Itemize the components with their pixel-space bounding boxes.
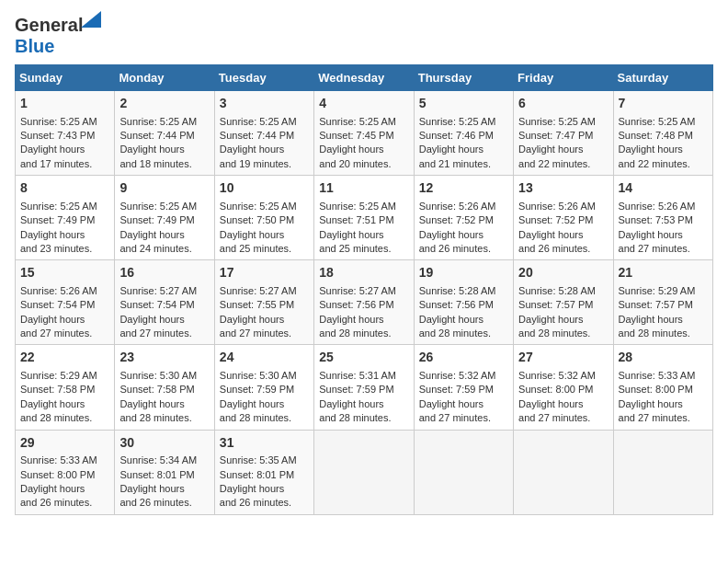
daylight-duration: and 22 minutes. [518,158,590,169]
sunrise-text: Sunrise: 5:34 AM [119,454,197,465]
weekday-header-monday: Monday [115,65,214,91]
calendar-header-row: SundayMondayTuesdayWednesdayThursdayFrid… [16,65,713,91]
calendar-week-row: 22 Sunrise: 5:29 AM Sunset: 7:58 PM Dayl… [16,345,713,430]
sunrise-text: Sunrise: 5:26 AM [419,201,496,212]
sunrise-text: Sunrise: 5:25 AM [20,116,97,127]
daylight-label: Daylight hours [619,229,683,240]
daylight-duration: and 28 minutes. [619,327,690,339]
day-number: 17 [220,264,309,282]
calendar-cell: 1 Sunrise: 5:25 AM Sunset: 7:43 PM Dayli… [16,91,115,176]
weekday-header-saturday: Saturday [613,65,712,91]
logo-general: General [15,15,83,35]
sunset-text: Sunset: 7:56 PM [419,299,494,310]
sunrise-text: Sunrise: 5:35 AM [220,454,297,465]
day-number: 11 [319,179,408,198]
sunrise-text: Sunrise: 5:25 AM [518,116,596,127]
sunrise-text: Sunrise: 5:32 AM [419,370,496,381]
day-number: 9 [119,179,209,198]
sunset-text: Sunset: 7:49 PM [20,214,95,225]
day-number: 30 [119,434,209,453]
daylight-label: Daylight hours [220,144,284,155]
sunset-text: Sunset: 7:49 PM [119,214,194,225]
daylight-duration: and 27 minutes. [518,412,590,423]
calendar-cell: 7 Sunrise: 5:25 AM Sunset: 7:48 PM Dayli… [613,91,712,176]
day-number: 5 [419,95,508,113]
calendar-cell: 11 Sunrise: 5:25 AM Sunset: 7:51 PM Dayl… [314,176,414,260]
daylight-label: Daylight hours [518,229,583,240]
daylight-label: Daylight hours [419,229,483,240]
sunset-text: Sunset: 8:00 PM [619,384,693,395]
logo: General Blue [15,15,83,57]
sunset-text: Sunset: 7:52 PM [419,214,494,225]
daylight-duration: and 27 minutes. [119,327,191,339]
daylight-duration: and 18 minutes. [119,158,191,169]
calendar-week-row: 1 Sunrise: 5:25 AM Sunset: 7:43 PM Dayli… [16,91,713,176]
daylight-duration: and 25 minutes. [319,243,391,254]
sunset-text: Sunset: 7:52 PM [518,214,593,225]
calendar-cell: 2 Sunrise: 5:25 AM Sunset: 7:44 PM Dayli… [115,91,214,176]
calendar-cell: 4 Sunrise: 5:25 AM Sunset: 7:45 PM Dayli… [314,91,414,176]
daylight-duration: and 26 minutes. [518,243,590,254]
calendar-cell: 10 Sunrise: 5:25 AM Sunset: 7:50 PM Dayl… [214,176,313,260]
calendar-cell: 12 Sunrise: 5:26 AM Sunset: 7:52 PM Dayl… [414,176,513,260]
daylight-label: Daylight hours [119,398,184,409]
calendar-cell: 9 Sunrise: 5:25 AM Sunset: 7:49 PM Dayli… [115,176,214,260]
daylight-duration: and 27 minutes. [619,243,690,254]
daylight-label: Daylight hours [419,144,483,155]
sunset-text: Sunset: 8:00 PM [518,384,593,395]
daylight-duration: and 28 minutes. [319,412,391,423]
sunrise-text: Sunrise: 5:33 AM [20,454,97,465]
sunset-text: Sunset: 8:01 PM [119,469,194,480]
sunrise-text: Sunrise: 5:31 AM [319,370,396,381]
daylight-label: Daylight hours [20,483,85,494]
daylight-duration: and 28 minutes. [518,327,590,339]
daylight-duration: and 26 minutes. [419,243,491,254]
calendar-cell: 8 Sunrise: 5:25 AM Sunset: 7:49 PM Dayli… [16,176,115,260]
daylight-duration: and 19 minutes. [220,158,291,169]
day-number: 14 [619,179,708,198]
day-number: 8 [20,179,109,198]
daylight-duration: and 27 minutes. [220,327,291,339]
calendar-week-row: 29 Sunrise: 5:33 AM Sunset: 8:00 PM Dayl… [16,430,713,514]
daylight-label: Daylight hours [220,483,284,494]
daylight-label: Daylight hours [419,314,483,325]
sunrise-text: Sunrise: 5:25 AM [319,201,396,212]
day-number: 12 [419,179,508,198]
day-number: 6 [518,95,608,113]
calendar-cell: 6 Sunrise: 5:25 AM Sunset: 7:47 PM Dayli… [514,91,613,176]
calendar-cell [613,430,712,514]
calendar-cell: 20 Sunrise: 5:28 AM Sunset: 7:57 PM Dayl… [514,260,613,345]
logo-arrow-icon [81,11,101,28]
daylight-duration: and 22 minutes. [619,158,690,169]
calendar-cell: 29 Sunrise: 5:33 AM Sunset: 8:00 PM Dayl… [16,430,115,514]
daylight-label: Daylight hours [619,314,683,325]
sunset-text: Sunset: 7:47 PM [518,130,593,141]
daylight-duration: and 28 minutes. [319,327,391,339]
sunset-text: Sunset: 8:00 PM [20,469,95,480]
sunrise-text: Sunrise: 5:25 AM [119,116,197,127]
day-number: 13 [518,179,608,198]
day-number: 27 [518,349,608,367]
sunrise-text: Sunrise: 5:25 AM [220,201,297,212]
sunset-text: Sunset: 7:51 PM [319,214,393,225]
daylight-label: Daylight hours [20,398,85,409]
sunrise-text: Sunrise: 5:26 AM [518,201,596,212]
sunset-text: Sunset: 8:01 PM [220,469,294,480]
sunset-text: Sunset: 7:50 PM [220,214,294,225]
calendar-cell: 24 Sunrise: 5:30 AM Sunset: 7:59 PM Dayl… [214,345,313,430]
sunrise-text: Sunrise: 5:27 AM [119,285,197,296]
calendar-cell: 5 Sunrise: 5:25 AM Sunset: 7:46 PM Dayli… [414,91,513,176]
weekday-header-thursday: Thursday [414,65,513,91]
sunrise-text: Sunrise: 5:32 AM [518,370,596,381]
daylight-label: Daylight hours [220,398,284,409]
daylight-label: Daylight hours [220,229,284,240]
sunrise-text: Sunrise: 5:30 AM [220,370,297,381]
weekday-header-tuesday: Tuesday [214,65,313,91]
day-number: 23 [119,349,209,367]
calendar-cell: 26 Sunrise: 5:32 AM Sunset: 7:59 PM Dayl… [414,345,513,430]
calendar-cell: 18 Sunrise: 5:27 AM Sunset: 7:56 PM Dayl… [314,260,414,345]
daylight-duration: and 28 minutes. [419,327,491,339]
sunrise-text: Sunrise: 5:27 AM [319,285,396,296]
sunrise-text: Sunrise: 5:25 AM [119,201,197,212]
sunset-text: Sunset: 7:43 PM [20,130,95,141]
